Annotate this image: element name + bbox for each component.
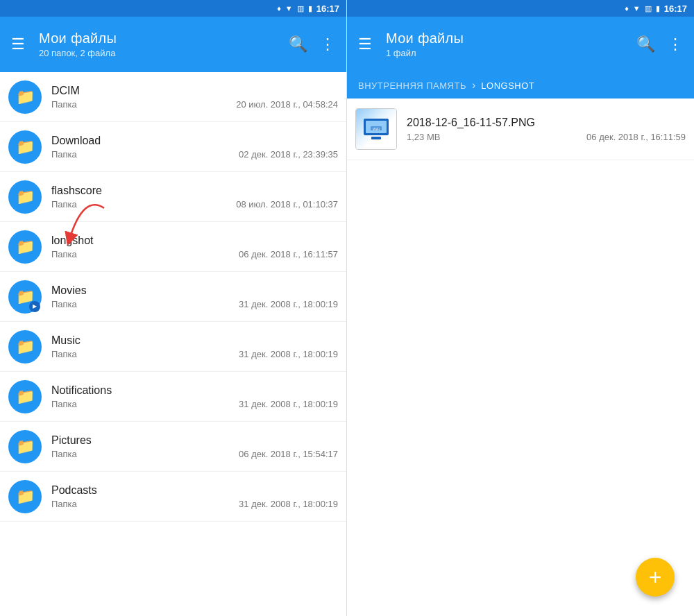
folder-icon-circle-movies: 📁 ▶	[8, 280, 42, 314]
list-item[interactable]: 📁 longshot Папка 06 дек. 2018 г., 16:11:…	[0, 222, 346, 272]
file-date-longshot: 06 дек. 2018 г., 16:11:57	[239, 249, 338, 259]
right-file-meta: 1,23 MB 06 дек. 2018 г., 16:11:59	[407, 132, 686, 142]
folder-icon-longshot: 📁	[16, 238, 35, 256]
file-meta-flashscore: Папка 08 июл. 2018 г., 01:10:37	[51, 199, 338, 209]
toolbar-title-block-left: Мои файлы 20 папок, 2 файла	[39, 31, 280, 58]
app-subtitle-right: 1 файл	[386, 48, 628, 58]
breadcrumb-current[interactable]: LONGSHOT	[481, 80, 534, 91]
file-info-flashscore: flashscore Папка 08 июл. 2018 г., 01:10:…	[51, 185, 338, 209]
folder-icon-circle-download: 📁	[8, 130, 42, 164]
thumbnail-screen-inner: WiFi	[366, 121, 387, 133]
sim-icon-right: ▥	[645, 4, 652, 13]
file-info-download: Download Папка 02 дек. 2018 г., 23:39:35	[51, 135, 338, 160]
file-type-dcim: Папка	[51, 99, 77, 110]
menu-icon-right[interactable]: ☰	[358, 35, 378, 53]
battery-icon-right: ▮	[656, 4, 660, 13]
file-meta-longshot: Папка 06 дек. 2018 г., 16:11:57	[51, 249, 338, 259]
folder-icon-download: 📁	[16, 138, 35, 156]
folder-icon-circle-podcasts: 📁	[8, 480, 42, 513]
app-subtitle-left: 20 папок, 2 файла	[39, 48, 280, 58]
right-file-date: 06 дек. 2018 г., 16:11:59	[586, 132, 686, 142]
file-date-music: 31 дек. 2008 г., 18:00:19	[239, 349, 338, 359]
menu-icon-left[interactable]: ☰	[11, 35, 31, 53]
status-bar-left: ♦ ▼ ▥ ▮ 16:17	[0, 0, 346, 17]
toolbar-icons-right: 🔍 ⋮	[636, 35, 683, 53]
folder-icon-circle-longshot: 📁	[8, 230, 42, 264]
toolbar-title-block-right: Мои файлы 1 файл	[386, 31, 628, 58]
file-meta-pictures: Папка 06 дек. 2018 г., 15:54:17	[51, 449, 338, 459]
folder-icon-circle-flashscore: 📁	[8, 180, 42, 214]
left-panel: ♦ ▼ ▥ ▮ 16:17 ☰ Мои файлы 20 папок, 2 фа…	[0, 0, 347, 616]
status-bar-right: ♦ ▼ ▥ ▮ 16:17	[347, 0, 694, 17]
file-type-longshot: Папка	[51, 249, 77, 259]
folder-icon-pictures: 📁	[16, 438, 35, 456]
file-name-flashscore: flashscore	[51, 185, 338, 197]
wifi-icon-left: ▼	[285, 4, 293, 12]
list-item[interactable]: 📁 Podcasts Папка 31 дек. 2008 г., 18:00:…	[0, 472, 346, 522]
app-title-left: Мои файлы	[39, 31, 280, 46]
folder-icon-circle-notifications: 📁	[8, 380, 42, 413]
file-meta-music: Папка 31 дек. 2008 г., 18:00:19	[51, 349, 338, 359]
folder-icon-flashscore: 📁	[16, 188, 35, 206]
file-type-flashscore: Папка	[51, 199, 77, 209]
sim-icon-left: ▥	[297, 4, 304, 13]
list-item[interactable]: 📁 Pictures Папка 06 дек. 2018 г., 15:54:…	[0, 422, 346, 472]
breadcrumb-parent[interactable]: ВНУТРЕННЯЯ ПАМЯТЬ	[358, 80, 466, 91]
svg-text:WiFi: WiFi	[373, 127, 380, 131]
thumbnail-screen: WiFi	[364, 119, 389, 135]
file-date-download: 02 дек. 2018 г., 23:39:35	[239, 149, 338, 160]
list-item[interactable]: 📁 DCIM Папка 20 июл. 2018 г., 04:58:24	[0, 72, 346, 122]
file-date-dcim: 20 июл. 2018 г., 04:58:24	[236, 99, 338, 110]
file-name-podcasts: Podcasts	[51, 484, 338, 497]
file-info-movies: Movies Папка 31 дек. 2008 г., 18:00:19	[51, 284, 338, 309]
file-type-music: Папка	[51, 349, 77, 359]
file-info-pictures: Pictures Папка 06 дек. 2018 г., 15:54:17	[51, 434, 338, 459]
file-name-notifications: Notifications	[51, 384, 338, 397]
file-type-notifications: Папка	[51, 399, 77, 409]
list-item[interactable]: 📁 ▶ Movies Папка 31 дек. 2008 г., 18:00:…	[0, 272, 346, 322]
more-icon-right[interactable]: ⋮	[668, 35, 683, 53]
list-item[interactable]: WiFi 2018-12-6_16-11-57.PNG 1,23 MB 06 д…	[347, 99, 694, 160]
file-date-movies: 31 дек. 2008 г., 18:00:19	[239, 299, 338, 309]
more-icon-left[interactable]: ⋮	[320, 35, 335, 53]
file-date-podcasts: 31 дек. 2008 г., 18:00:19	[239, 499, 338, 509]
toolbar-left: ☰ Мои файлы 20 папок, 2 файла 🔍 ⋮	[0, 17, 346, 72]
file-meta-notifications: Папка 31 дек. 2008 г., 18:00:19	[51, 399, 338, 409]
file-name-dcim: DCIM	[51, 85, 338, 97]
right-file-size: 1,23 MB	[407, 132, 440, 142]
toolbar-right: ☰ Мои файлы 1 файл 🔍 ⋮	[347, 17, 694, 72]
thumbnail-preview: WiFi	[356, 109, 396, 149]
file-meta-dcim: Папка 20 июл. 2018 г., 04:58:24	[51, 99, 338, 110]
file-type-podcasts: Папка	[51, 499, 77, 509]
battery-icon-left: ▮	[308, 4, 312, 13]
search-icon-right[interactable]: 🔍	[636, 35, 655, 53]
time-left: 16:17	[316, 3, 339, 14]
file-type-download: Папка	[51, 149, 77, 160]
file-name-download: Download	[51, 135, 338, 147]
folder-icon-circle-dcim: 📁	[8, 80, 42, 114]
list-item[interactable]: 📁 Download Папка 02 дек. 2018 г., 23:39:…	[0, 122, 346, 172]
file-date-flashscore: 08 июл. 2018 г., 01:10:37	[236, 199, 338, 209]
folder-icon-circle-pictures: 📁	[8, 430, 42, 463]
thumbnail-stand	[371, 137, 381, 139]
breadcrumb: ВНУТРЕННЯЯ ПАМЯТЬ › LONGSHOT	[347, 72, 694, 99]
wifi-icon-right: ▼	[633, 4, 641, 12]
list-item[interactable]: 📁 flashscore Папка 08 июл. 2018 г., 01:1…	[0, 172, 346, 222]
file-list-left: 📁 DCIM Папка 20 июл. 2018 г., 04:58:24 📁…	[0, 72, 346, 616]
file-meta-movies: Папка 31 дек. 2008 г., 18:00:19	[51, 299, 338, 309]
file-info-dcim: DCIM Папка 20 июл. 2018 г., 04:58:24	[51, 85, 338, 110]
file-type-pictures: Папка	[51, 449, 77, 459]
list-item[interactable]: 📁 Notifications Папка 31 дек. 2008 г., 1…	[0, 372, 346, 422]
breadcrumb-separator: ›	[472, 79, 475, 92]
folder-icon-circle-music: 📁	[8, 330, 42, 363]
file-meta-download: Папка 02 дек. 2018 г., 23:39:35	[51, 149, 338, 160]
right-file-info: 2018-12-6_16-11-57.PNG 1,23 MB 06 дек. 2…	[407, 117, 686, 142]
list-item[interactable]: 📁 Music Папка 31 дек. 2008 г., 18:00:19	[0, 322, 346, 372]
search-icon-left[interactable]: 🔍	[289, 35, 307, 53]
file-thumbnail: WiFi	[355, 108, 397, 150]
play-badge-movies: ▶	[29, 301, 40, 312]
fab-button[interactable]: +	[636, 558, 675, 597]
app-title-right: Мои файлы	[386, 31, 628, 46]
folder-icon-music: 📁	[16, 338, 35, 356]
toolbar-icons-left: 🔍 ⋮	[289, 35, 335, 53]
